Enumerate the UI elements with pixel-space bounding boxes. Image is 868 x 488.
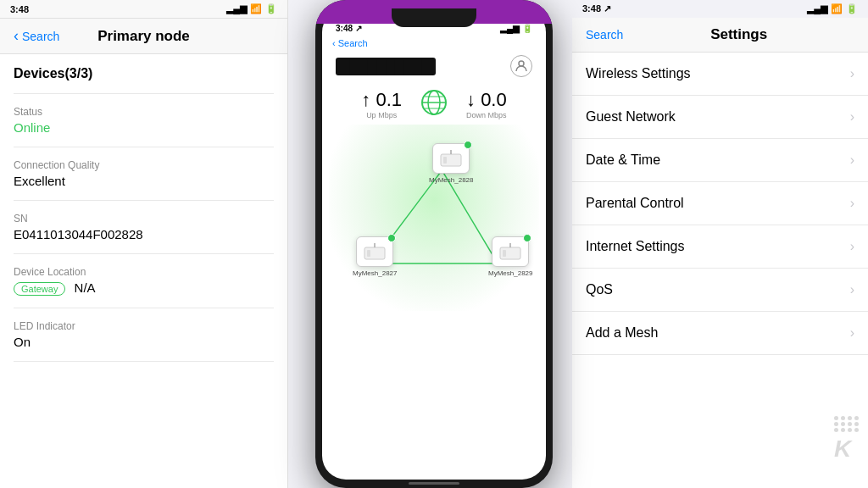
phone-screen: 3:48 ↗ ▂▄▆ 🔋 ‹ Search ██████████ [322,8,546,480]
left-status-time: 3:48 [10,4,29,14]
node-indicator-top [464,141,472,149]
sn-value: E0411013044F002828 [14,227,274,241]
device-location-row: Device Location Gateway N/A [14,254,274,308]
globe-icon [419,87,449,121]
left-status-bar: 3:48 ▂▄▆ 📶 🔋 [0,0,287,19]
device-location-text: N/A [75,280,96,295]
connection-quality-label: Connection Quality [14,159,274,171]
mesh-node-bottom-right: MyMesh_2829 [488,236,532,277]
phone-back-label[interactable]: ‹ Search [332,38,368,48]
phone-avatar [510,55,532,77]
down-speed: ↓ 0.0 [466,89,507,111]
phone-signal-icon: ▂▄▆ [500,24,520,33]
phone-mesh-area: MyMesh_2828 MyMesh_2827 MyMesh [329,125,539,311]
left-content: Devices(3/3) Status Online Connection Qu… [0,54,287,488]
right-header: Search Settings [572,18,868,53]
right-status-icons: ▂▄▆ 📶 🔋 [807,3,858,14]
status-label: Status [14,106,274,118]
right-battery-icon: 🔋 [846,3,858,14]
up-stat: ↑ 0.1 Up Mbps [361,89,402,119]
kn-watermark: K [834,416,860,463]
right-back-label: Search [586,28,623,42]
node-label-top: MyMesh_2828 [429,176,473,184]
node-label-bottom-right: MyMesh_2829 [488,269,532,277]
right-status-time: 3:48 ↗ [582,3,611,14]
parental-control-label: Parental Control [586,196,684,211]
phone-stats: ↑ 0.1 Up Mbps ↓ 0.0 Down Mbps [322,84,546,125]
page-title: Primary node [97,28,190,45]
right-signal-icon: ▂▄▆ [807,3,827,14]
up-label: Up Mbps [361,111,402,119]
chevron-left-icon: ‹ [14,27,19,45]
right-panel: 3:48 ↗ ▂▄▆ 📶 🔋 Search Settings Wireless … [572,0,868,488]
gateway-badge: Gateway [14,282,65,296]
back-button[interactable]: ‹ Search [14,27,59,45]
chevron-right-mesh: › [850,325,854,341]
down-stat: ↓ 0.0 Down Mbps [466,89,507,119]
device-location-value: Gateway N/A [14,280,274,296]
sn-label: SN [14,213,274,225]
phone-frame: 3:48 ↗ ▂▄▆ 🔋 ‹ Search ██████████ [315,0,553,488]
settings-item-qos[interactable]: QoS › [572,269,868,312]
phone-wifi-icon: 🔋 [522,24,532,33]
chevron-right-qos: › [850,282,854,297]
back-label: Search [22,30,59,43]
chevron-right-date: › [850,152,854,168]
phone-username: ██████████ [336,58,436,75]
status-row: Status Online [14,94,274,147]
left-status-icons: ▂▄▆ 📶 🔋 [226,3,277,14]
device-location-label: Device Location [14,266,274,278]
wifi-icon: 📶 [250,3,262,14]
signal-icon: ▂▄▆ [226,3,247,14]
node-indicator-bl [387,234,396,242]
settings-item-parental[interactable]: Parental Control › [572,182,868,225]
led-label: LED Indicator [14,320,274,332]
devices-row: Devices(3/3) [14,54,274,94]
connection-quality-row: Connection Quality Excellent [14,147,274,201]
right-back-button[interactable]: Search [586,28,623,42]
home-indicator [409,482,459,485]
phone-nav: ‹ Search [322,35,546,52]
settings-item-guest-network[interactable]: Guest Network › [572,96,868,139]
connection-quality-value: Excellent [14,174,274,188]
node-label-bottom-left: MyMesh_2827 [353,269,397,277]
kn-dots [834,416,860,432]
center-phone: 3:48 ↗ ▂▄▆ 🔋 ‹ Search ██████████ [315,0,553,488]
battery-icon: 🔋 [265,3,277,14]
led-row: LED Indicator On [14,308,274,362]
settings-item-add-mesh[interactable]: Add a Mesh › [572,312,868,355]
guest-network-label: Guest Network [586,109,676,125]
mesh-node-bottom-left: MyMesh_2827 [353,236,397,277]
internet-settings-label: Internet Settings [586,239,685,254]
right-wifi-icon: 📶 [831,3,843,14]
wireless-settings-label: Wireless Settings [586,66,691,81]
right-status-bar: 3:48 ↗ ▂▄▆ 📶 🔋 [572,0,868,18]
mesh-node-top: MyMesh_2828 [429,143,473,184]
phone-time: 3:48 ↗ [336,24,362,33]
svg-rect-13 [367,250,370,257]
chevron-right-guest: › [850,109,854,125]
phone-status-icons: ▂▄▆ 🔋 [500,24,532,33]
settings-item-date-time[interactable]: Date & Time › [572,139,868,182]
svg-rect-10 [443,157,447,164]
phone-user-row: ██████████ [322,52,546,84]
svg-point-0 [519,61,524,66]
chevron-right-internet: › [850,239,854,254]
up-speed: ↑ 0.1 [361,89,402,111]
add-mesh-label: Add a Mesh [586,325,658,341]
date-time-label: Date & Time [586,152,660,168]
chevron-right-wireless: › [850,66,854,81]
settings-list: Wireless Settings › Guest Network › Date… [572,53,868,488]
settings-item-internet[interactable]: Internet Settings › [572,225,868,269]
settings-item-wireless[interactable]: Wireless Settings › [572,53,868,96]
left-panel: 3:48 ▂▄▆ 📶 🔋 ‹ Search Primary node Devic… [0,0,288,488]
router-icon-bottom-right [492,236,529,267]
sn-row: SN E0411013044F002828 [14,201,274,254]
router-icon-top [432,143,470,174]
kn-letter: K [834,435,851,462]
left-header: ‹ Search Primary node [0,19,287,54]
status-value: Online [14,120,274,135]
qos-label: QoS [586,282,613,297]
phone-notch [392,8,476,27]
down-label: Down Mbps [466,111,507,119]
